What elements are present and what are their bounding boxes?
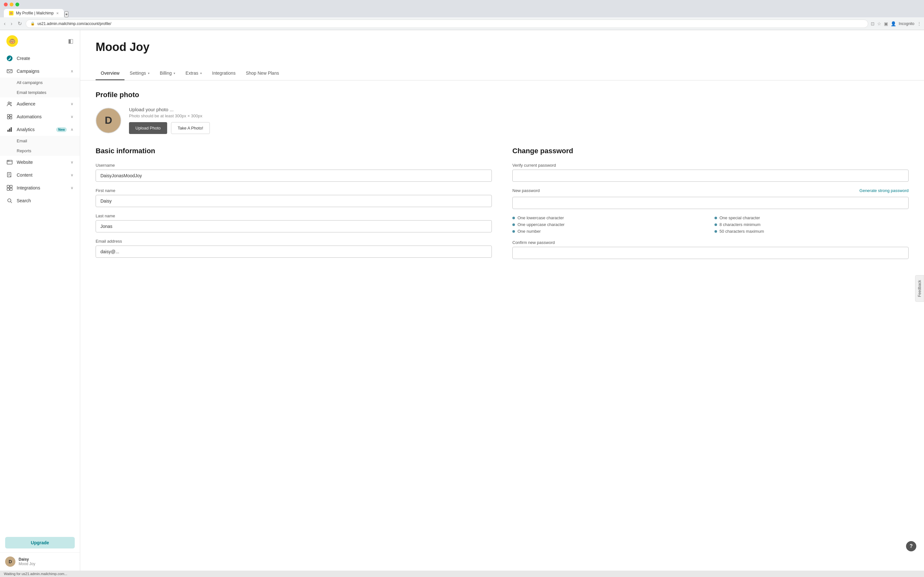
take-photo-button[interactable]: Take A Photo! xyxy=(171,122,210,134)
campaigns-chevron: ∧ xyxy=(71,69,73,73)
sidebar-campaigns-label: Campaigns xyxy=(17,69,67,74)
req-lowercase-text: One lowercase character xyxy=(517,215,564,220)
tab-overview[interactable]: Overview xyxy=(95,67,124,80)
req-number: One number xyxy=(512,229,707,234)
tab-integrations[interactable]: Integrations xyxy=(207,67,241,80)
user-name: Daisy xyxy=(19,557,35,562)
new-password-input[interactable] xyxy=(512,197,909,209)
analytics-chevron: ∧ xyxy=(71,127,73,132)
svg-point-5 xyxy=(10,102,11,103)
firstname-input[interactable] xyxy=(95,195,492,207)
address-bar[interactable]: 🔒 us21.admin.mailchimp.com/account/profi… xyxy=(26,19,869,28)
content-icon xyxy=(6,172,13,178)
extras-chevron-icon: ▾ xyxy=(200,71,202,75)
automations-icon xyxy=(6,113,13,120)
photo-buttons: Upload Photo Take A Photo! xyxy=(129,122,909,134)
active-tab[interactable]: 🐵 My Profile | Mailchimp ✕ xyxy=(4,9,64,17)
tab-settings[interactable]: Settings ▾ xyxy=(124,67,155,80)
profile-photo-title: Profile photo xyxy=(95,91,909,99)
svg-point-4 xyxy=(8,102,10,104)
req-dot-min-chars xyxy=(714,223,717,226)
page-title: Mood Joy xyxy=(95,40,909,54)
current-password-input[interactable] xyxy=(512,169,909,182)
sidebar-item-all-campaigns[interactable]: All campaigns xyxy=(0,77,80,87)
req-lowercase: One lowercase character xyxy=(512,215,707,220)
lastname-input[interactable] xyxy=(95,220,492,232)
svg-rect-10 xyxy=(7,130,9,132)
mailchimp-logo: 🐵 xyxy=(6,35,18,47)
upgrade-button[interactable]: Upgrade xyxy=(5,537,75,548)
sidebar-item-automations[interactable]: Automations ∨ xyxy=(0,110,80,123)
confirm-password-group: Confirm new password xyxy=(512,240,909,259)
cast-icon[interactable]: ⊡ xyxy=(871,21,875,26)
sidebar-integrations-label: Integrations xyxy=(17,185,67,190)
sidebar-website-label: Website xyxy=(17,160,67,165)
close-button[interactable] xyxy=(4,3,8,6)
sidebar-automations-label: Automations xyxy=(17,114,67,119)
req-number-text: One number xyxy=(517,229,541,234)
menu-icon[interactable]: ⋮ xyxy=(917,21,921,26)
sidebar-item-search[interactable]: Search xyxy=(0,194,80,207)
user-info: Daisy Mood Joy xyxy=(19,557,35,566)
minimize-button[interactable] xyxy=(10,3,13,6)
forward-button[interactable]: › xyxy=(9,19,13,28)
tab-close-btn[interactable]: ✕ xyxy=(56,11,59,15)
sidebar-item-integrations[interactable]: Integrations ∨ xyxy=(0,181,80,194)
svg-line-26 xyxy=(11,201,12,203)
browser-tabs: 🐵 My Profile | Mailchimp ✕ + xyxy=(4,9,920,17)
refresh-button[interactable]: ↻ xyxy=(16,19,23,28)
main-content-area: Mood Joy Overview Settings ▾ Billing ▾ E… xyxy=(80,30,924,571)
campaigns-submenu: All campaigns Email templates xyxy=(0,77,80,97)
tab-title: My Profile | Mailchimp xyxy=(16,11,53,15)
browser-chrome: 🐵 My Profile | Mailchimp ✕ + xyxy=(0,0,924,17)
current-password-group: Verify current password xyxy=(512,163,909,182)
browser-toolbar: ‹ › ↻ 🔒 us21.admin.mailchimp.com/account… xyxy=(0,17,924,30)
toolbar-right: ⊡ ☆ ▣ 👤 Incognito ⋮ xyxy=(871,21,921,26)
username-input[interactable] xyxy=(95,169,492,182)
sidebar-item-email-templates[interactable]: Email templates xyxy=(0,87,80,97)
sidebar-collapse-button[interactable]: ◧ xyxy=(68,37,73,45)
profile-icon[interactable]: 👤 xyxy=(891,21,896,26)
svg-rect-22 xyxy=(10,185,12,187)
browser-status-bar: Waiting for us21.admin.mailchimp.com... xyxy=(0,571,924,577)
firstname-group: First name xyxy=(95,188,492,207)
feedback-tab[interactable]: Feedback xyxy=(915,276,924,302)
sidebar-item-create[interactable]: Create xyxy=(0,52,80,65)
lock-icon: 🔒 xyxy=(31,21,35,26)
email-input[interactable] xyxy=(95,245,492,258)
analytics-submenu: Email Reports xyxy=(0,136,80,156)
two-column-layout: Basic information Username First name La… xyxy=(95,147,909,266)
sidebar-item-content[interactable]: Content ∨ xyxy=(0,169,80,181)
back-button[interactable]: ‹ xyxy=(3,19,7,28)
app-container: 🐵 ◧ Create xyxy=(0,30,924,571)
username-label: Username xyxy=(95,163,492,168)
audience-chevron: ∨ xyxy=(71,102,73,106)
tab-shop-new-plans[interactable]: Shop New Plans xyxy=(241,67,284,80)
extensions-icon[interactable]: ▣ xyxy=(884,21,888,26)
sidebar-item-analytics[interactable]: Analytics New ∧ xyxy=(0,123,80,136)
confirm-password-input[interactable] xyxy=(512,247,909,259)
automations-chevron: ∨ xyxy=(71,114,73,119)
basic-info-title: Basic information xyxy=(95,147,492,155)
photo-upload-area: D Upload your photo ... Photo should be … xyxy=(95,107,909,134)
sidebar-item-audience[interactable]: Audience ∨ xyxy=(0,97,80,110)
sidebar-logo-area: 🐵 ◧ xyxy=(0,30,80,52)
page-header: Mood Joy xyxy=(80,30,924,67)
tab-billing[interactable]: Billing ▾ xyxy=(155,67,180,80)
generate-password-link[interactable]: Generate strong password xyxy=(859,188,909,193)
help-button[interactable]: ? xyxy=(906,541,916,551)
tab-extras[interactable]: Extras ▾ xyxy=(180,67,207,80)
svg-rect-23 xyxy=(7,188,9,190)
basic-info-section: Basic information Username First name La… xyxy=(95,147,492,266)
sidebar-content-label: Content xyxy=(17,172,67,177)
photo-size-hint: Photo should be at least 300px × 300px xyxy=(129,113,909,118)
sidebar-item-email[interactable]: Email xyxy=(0,136,80,146)
new-tab-button[interactable]: + xyxy=(65,11,68,17)
bookmark-icon[interactable]: ☆ xyxy=(877,21,881,26)
sidebar-item-reports[interactable]: Reports xyxy=(0,146,80,156)
maximize-button[interactable] xyxy=(15,3,19,6)
sidebar-item-campaigns[interactable]: Campaigns ∧ xyxy=(0,65,80,77)
req-dot-special xyxy=(714,217,717,219)
sidebar-item-website[interactable]: Website ∨ xyxy=(0,156,80,169)
upload-photo-button[interactable]: Upload Photo xyxy=(129,122,167,134)
